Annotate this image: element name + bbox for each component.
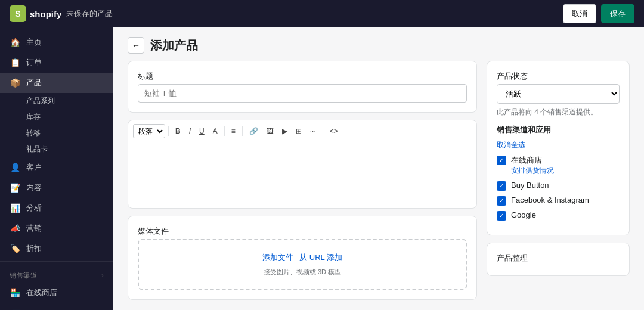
- sidebar-item-marketing[interactable]: 📣 营销: [0, 218, 113, 238]
- channel-item-google: ✓ Google: [497, 210, 620, 221]
- sidebar-item-label: Inbox: [26, 308, 45, 311]
- toolbar-divider-3: [242, 126, 243, 136]
- content-icon: 📝: [10, 183, 20, 193]
- sidebar-item-label: 内容: [26, 182, 42, 193]
- checkbox-buy-button[interactable]: ✓: [497, 181, 506, 191]
- sales-channels-section: 销售渠道 ›: [0, 264, 113, 283]
- channel-item-facebook-instagram: ✓ Facebook & Instagram: [497, 196, 620, 206]
- image-button[interactable]: 🖼: [263, 125, 277, 138]
- table-button[interactable]: ⊞: [292, 125, 305, 138]
- editor-toolbar: 段落 B I U A ≡ 🔗 🖼 ▶ ⊞ ···: [128, 120, 476, 142]
- media-upload-area[interactable]: 添加文件 从 URL 添加 接受图片、视频或 3D 模型: [138, 239, 467, 290]
- sidebar-item-discounts[interactable]: 🏷️ 折扣: [0, 238, 113, 259]
- more-button[interactable]: ···: [306, 125, 320, 138]
- channels-list: ✓ 在线商店 安排供货情况 ✓ Buy Button: [497, 155, 620, 221]
- channels-section-title: 销售渠道和应用: [497, 125, 620, 135]
- toolbar-divider: [168, 126, 169, 136]
- sidebar-item-collections[interactable]: 产品系列: [26, 93, 113, 109]
- link-button[interactable]: 🔗: [246, 125, 262, 138]
- title-field-label: 标题: [138, 71, 467, 82]
- sidebar: 🏠 主页 📋 订单 📦 产品 产品系列 库存 转移: [0, 0, 113, 310]
- sidebar-subitem-label: 转移: [26, 128, 41, 138]
- channel-name-facebook-instagram: Facebook & Instagram: [511, 196, 620, 204]
- toolbar-divider-2: [224, 126, 225, 136]
- title-input[interactable]: [138, 84, 467, 103]
- checkbox-google[interactable]: ✓: [497, 211, 506, 221]
- section-label-text: 销售渠道: [10, 271, 37, 280]
- status-select[interactable]: 活跃: [497, 84, 620, 104]
- sidebar-item-inventory[interactable]: 库存: [26, 109, 113, 125]
- marketing-icon: 📣: [10, 224, 20, 233]
- products-icon: 📦: [10, 78, 20, 88]
- logo-text: shopify: [30, 9, 61, 19]
- chevron-icon: ›: [101, 272, 104, 279]
- sidebar-subitem-label: 产品系列: [26, 96, 55, 106]
- sidebar-item-label: 产品: [26, 78, 42, 88]
- product-status-label: 产品状态: [497, 71, 620, 82]
- page-title: 添加产品: [150, 38, 198, 54]
- sidebar-item-label: 分析: [26, 203, 42, 213]
- add-url-link[interactable]: 从 URL 添加: [299, 252, 342, 263]
- sidebar-item-content[interactable]: 📝 内容: [0, 178, 113, 198]
- sidebar-item-label: 订单: [26, 57, 42, 68]
- deselect-all-button[interactable]: 取消全选: [497, 140, 525, 150]
- description-editor[interactable]: [128, 142, 476, 208]
- online-store-icon: 🏪: [10, 288, 20, 297]
- sidebar-item-label: 主页: [26, 37, 42, 48]
- media-hint: 接受图片、视频或 3D 模型: [264, 268, 341, 277]
- page-header: ← 添加产品: [113, 27, 644, 61]
- checkbox-online-store[interactable]: ✓: [497, 156, 506, 165]
- organization-card: 产品整理: [487, 243, 630, 276]
- channel-item-buy-button: ✓ Buy Button: [497, 181, 620, 191]
- save-button[interactable]: 保存: [601, 4, 634, 23]
- align-button[interactable]: ≡: [228, 125, 239, 138]
- media-section-label: 媒体文件: [138, 226, 467, 237]
- main-content: ← 添加产品 标题 段落 B: [113, 0, 644, 310]
- underline-button[interactable]: U: [196, 125, 208, 138]
- orders-icon: 📋: [10, 58, 20, 67]
- media-card: 媒体文件 添加文件 从 URL 添加 接受图片、视频或 3D 模型: [128, 216, 477, 300]
- sidebar-item-transfers[interactable]: 转移: [26, 125, 113, 141]
- sidebar-item-label: 折扣: [26, 243, 42, 254]
- sidebar-item-home[interactable]: 🏠 主页: [0, 32, 113, 52]
- discounts-icon: 🏷️: [10, 244, 20, 253]
- cancel-button[interactable]: 取消: [563, 4, 596, 23]
- sidebar-item-products[interactable]: 📦 产品: [0, 73, 113, 93]
- video-button[interactable]: ▶: [278, 125, 291, 138]
- channel-name-online-store: 在线商店: [511, 155, 620, 166]
- back-button[interactable]: ←: [128, 37, 144, 54]
- sidebar-item-label: 客户: [26, 162, 42, 173]
- status-hint: 此产品将向 4 个销售渠道提供。: [497, 107, 620, 117]
- sidebar-subitem-label: 库存: [26, 112, 41, 122]
- home-icon: 🏠: [10, 38, 20, 47]
- channel-sub-online-store[interactable]: 安排供货情况: [511, 166, 620, 176]
- sidebar-item-customers[interactable]: 👤 客户: [0, 157, 113, 178]
- sidebar-item-inbox[interactable]: 📨 Inbox: [0, 303, 113, 310]
- shopify-logo: S shopify: [10, 5, 61, 22]
- sidebar-item-gift-cards[interactable]: 礼品卡: [26, 141, 113, 157]
- description-card: 段落 B I U A ≡ 🔗 🖼 ▶ ⊞ ···: [128, 120, 477, 209]
- sidebar-item-analytics[interactable]: 📊 分析: [0, 198, 113, 218]
- channel-name-buy-button: Buy Button: [511, 181, 620, 190]
- checkbox-facebook-instagram[interactable]: ✓: [497, 196, 506, 206]
- italic-button[interactable]: I: [185, 125, 194, 138]
- sidebar-item-label: 营销: [26, 223, 42, 234]
- topbar-actions: 取消 保存: [563, 4, 634, 23]
- product-status-card: 产品状态 活跃 此产品将向 4 个销售渠道提供。 销售渠道和应用 取消全选 ✓ …: [487, 61, 630, 235]
- shopify-logo-icon: S: [10, 5, 26, 22]
- page-unsaved-title: 未保存的产品: [66, 8, 113, 19]
- sidebar-item-online-store[interactable]: 🏪 在线商店: [0, 283, 113, 303]
- media-upload-links: 添加文件 从 URL 添加: [262, 252, 342, 263]
- paragraph-select[interactable]: 段落: [133, 124, 165, 138]
- organization-label: 产品整理: [497, 253, 620, 264]
- inbox-icon: 📨: [10, 308, 20, 310]
- font-color-button[interactable]: A: [209, 125, 221, 138]
- add-file-link[interactable]: 添加文件: [262, 252, 293, 263]
- title-card: 标题: [128, 61, 477, 113]
- toolbar-divider-4: [323, 126, 323, 136]
- code-button[interactable]: <>: [326, 125, 342, 138]
- sidebar-item-label: 在线商店: [26, 287, 57, 298]
- channel-name-google: Google: [511, 210, 620, 219]
- sidebar-item-orders[interactable]: 📋 订单: [0, 52, 113, 73]
- bold-button[interactable]: B: [172, 125, 184, 138]
